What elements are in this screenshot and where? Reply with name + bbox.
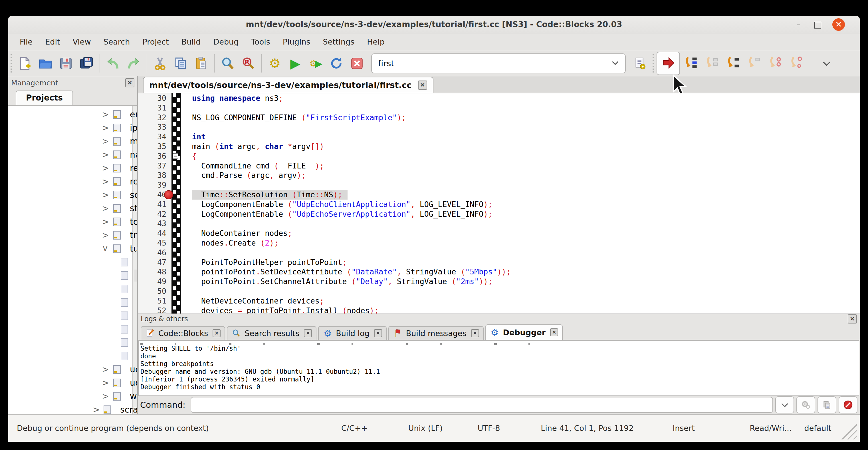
find-button[interactable] [217, 53, 238, 74]
menu-item-settings[interactable]: Settings [317, 33, 361, 51]
tree-item-udp[interactable]: >udp [8, 363, 133, 376]
rebuild-button[interactable] [326, 53, 347, 74]
menu-item-plugins[interactable]: Plugins [277, 33, 317, 51]
tree-item-he[interactable]: he [8, 296, 133, 309]
save-all-button[interactable] [76, 53, 97, 74]
search-combobox[interactable]: first [371, 53, 626, 73]
chevron-collapsed-icon[interactable]: > [102, 109, 109, 119]
chevron-collapsed-icon[interactable]: > [102, 230, 109, 240]
tree-item-wire[interactable]: >wire [8, 389, 133, 403]
chevron-collapsed-icon[interactable]: > [102, 190, 109, 200]
editor-tab-close-icon[interactable]: × [418, 81, 427, 90]
menu-item-view[interactable]: View [66, 33, 97, 51]
menu-item-search[interactable]: Search [97, 33, 136, 51]
chevron-collapsed-icon[interactable]: > [102, 163, 109, 173]
breakpoint-marker[interactable] [164, 190, 173, 199]
new-file-button[interactable] [14, 53, 35, 74]
tab-build-messages[interactable]: Build messages× [389, 326, 484, 340]
abort-button[interactable] [347, 53, 367, 74]
chevron-collapsed-icon[interactable]: > [102, 391, 109, 401]
menu-item-file[interactable]: File [13, 33, 39, 51]
chevron-down-icon[interactable] [816, 53, 837, 74]
build-and-run-button[interactable]: ⚙▶ [306, 53, 326, 74]
tree-item-six[interactable]: six [8, 336, 133, 349]
tree-item-erro[interactable]: >erro [8, 108, 133, 121]
step-into-instruction-button[interactable] [787, 53, 805, 74]
chevron-collapsed-icon[interactable]: > [102, 123, 109, 133]
tab-projects[interactable]: Projects [16, 91, 73, 106]
paste-button[interactable] [191, 53, 211, 74]
menu-item-help[interactable]: Help [361, 33, 391, 51]
tree-item-stat[interactable]: >stat [8, 202, 133, 215]
chevron-collapsed-icon[interactable]: > [102, 150, 109, 160]
debugger-log[interactable]: Setting SHELL to '/bin/sh'doneSetting br… [138, 340, 859, 396]
management-close-icon[interactable]: × [125, 78, 134, 87]
chevron-collapsed-icon[interactable]: > [102, 364, 109, 374]
code-editor[interactable]: 30using namespace ns3;3132NS_LOG_COMPONE… [138, 93, 860, 313]
tree-item-tcp[interactable]: >tcp [8, 215, 133, 229]
replace-button[interactable]: R [238, 53, 258, 74]
chevron-collapsed-icon[interactable]: > [93, 404, 100, 414]
tree-item-se[interactable]: se [8, 309, 133, 322]
chevron-collapsed-icon[interactable]: > [102, 176, 109, 186]
debugger-settings-button[interactable] [796, 396, 815, 414]
menu-item-debug[interactable]: Debug [207, 33, 245, 51]
tree-item-scratcl[interactable]: >scratcl [8, 403, 133, 414]
chevron-down-icon[interactable] [610, 58, 625, 69]
copy-button[interactable] [170, 53, 191, 74]
run-button[interactable]: ▶ [285, 53, 306, 74]
log-tab-close-icon[interactable]: × [550, 328, 558, 336]
menu-item-edit[interactable]: Edit [39, 33, 66, 51]
tab-code-blocks[interactable]: Code::Blocks× [141, 326, 225, 340]
tree-item-fif[interactable]: fif [8, 255, 133, 269]
tree-item-ipv6[interactable]: >ipv6 [8, 121, 133, 134]
editor-tab-first-cc[interactable]: mnt/dev/tools/source/ns-3-dev/examples/t… [143, 77, 433, 93]
chevron-collapsed-icon[interactable]: > [102, 378, 109, 388]
menu-item-project[interactable]: Project [136, 33, 175, 51]
stop-debugger-button[interactable] [839, 396, 858, 414]
tree-item-udp-[interactable]: >udp- [8, 376, 133, 389]
logs-close-icon[interactable]: × [848, 314, 857, 324]
redo-button[interactable] [123, 53, 144, 74]
chevron-collapsed-icon[interactable]: > [102, 203, 109, 213]
debug-continue-button[interactable] [657, 52, 680, 75]
log-tab-close-icon[interactable]: × [471, 329, 479, 337]
chevron-collapsed-icon[interactable]: > [102, 217, 109, 227]
tree-item-th[interactable]: th [8, 349, 133, 363]
tree-item-trafl[interactable]: >trafl [8, 229, 133, 242]
copy-log-button[interactable] [817, 396, 836, 414]
tab-debugger[interactable]: ⚙Debugger× [485, 324, 563, 340]
tree-item-rout[interactable]: >rout [8, 175, 133, 188]
undo-button[interactable] [103, 53, 123, 74]
run-to-cursor-button[interactable] [682, 53, 699, 74]
tree-item-mat[interactable]: >mat [8, 134, 133, 148]
chevron-collapsed-icon[interactable]: > [102, 136, 109, 146]
log-tab-close-icon[interactable]: × [374, 329, 382, 337]
tree-item-fo[interactable]: fo [8, 282, 133, 296]
resize-grip[interactable] [839, 421, 857, 440]
tree-item-fir-selected[interactable]: fir [8, 269, 133, 282]
next-instruction-button[interactable] [767, 53, 783, 74]
step-into-button[interactable] [724, 53, 741, 74]
menu-item-tools[interactable]: Tools [245, 33, 277, 51]
tree-item-nam[interactable]: >nam [8, 148, 133, 161]
tree-item-sock[interactable]: >sock [8, 188, 133, 202]
tab-search-results[interactable]: Search results× [227, 326, 316, 340]
tree-item-se[interactable]: se [8, 322, 133, 336]
menu-item-build[interactable]: Build [175, 33, 207, 51]
log-tab-close-icon[interactable]: × [304, 329, 312, 337]
maximize-button[interactable] [812, 20, 823, 30]
save-button[interactable] [56, 53, 76, 74]
fold-collapse-icon[interactable] [173, 153, 178, 159]
minimize-button[interactable]: – [793, 20, 804, 30]
tree-item-tuto[interactable]: >tuto [8, 242, 133, 255]
close-button[interactable]: ✕ [832, 18, 845, 31]
log-tab-close-icon[interactable]: × [213, 329, 221, 337]
next-line-button[interactable] [703, 53, 720, 74]
build-button[interactable]: ⚙ [265, 53, 285, 74]
incremental-search-options-button[interactable] [630, 53, 650, 74]
command-history-dropdown[interactable] [775, 396, 794, 414]
tree-item-reall[interactable]: >reall [8, 161, 133, 175]
command-input[interactable] [191, 397, 773, 413]
tab-build-log[interactable]: ⚙Build log× [318, 326, 386, 340]
